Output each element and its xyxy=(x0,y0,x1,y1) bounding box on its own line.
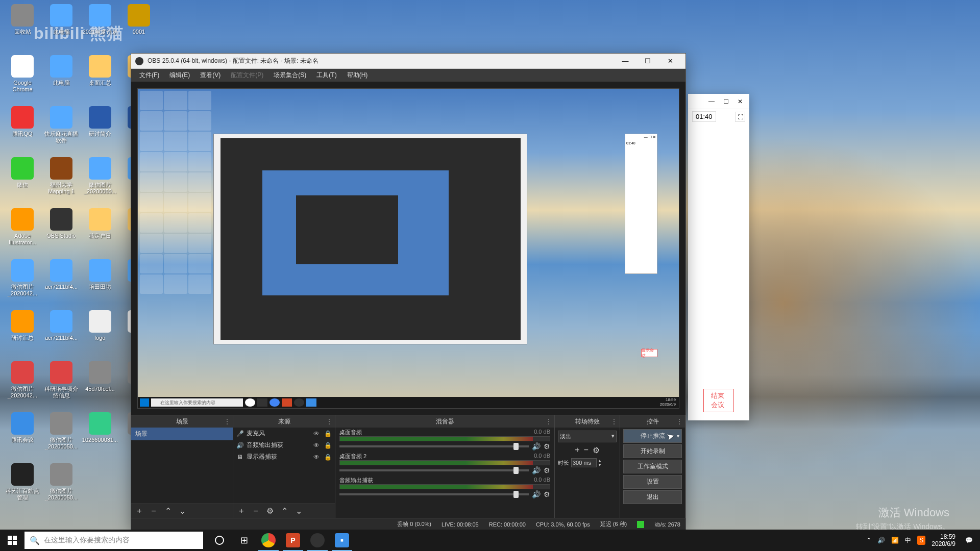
control-button[interactable]: 退出 xyxy=(623,490,682,504)
obs-preview-area[interactable]: — ☐ ✕ 01:40 提示会话 在这里输入你要搜索的内容 18:592020/… xyxy=(131,82,685,415)
desktop-icon[interactable] xyxy=(82,463,118,513)
desktop-icon[interactable]: Adobe Illustrator... xyxy=(4,208,41,258)
desktop-icon[interactable]: acr7211bf4... xyxy=(43,310,80,360)
cortana-button[interactable] xyxy=(207,530,232,551)
desktop-icon[interactable]: 科研培事项介绍信息 xyxy=(43,361,80,411)
desktop-icon[interactable]: 腾讯QQ xyxy=(4,106,41,156)
desktop-icon[interactable]: 腾讯会议 xyxy=(4,412,41,462)
chevron-down-icon[interactable]: ▾ xyxy=(677,433,679,439)
desktop-icon[interactable]: 回收站 xyxy=(4,4,41,54)
volume-slider[interactable] xyxy=(339,469,529,471)
desktop-icon[interactable]: 研讨汇总 xyxy=(4,310,41,360)
desktop-icon[interactable]: 福州大学Mapping 1 xyxy=(43,157,80,207)
control-button[interactable]: 开始录制 xyxy=(623,444,682,458)
transition-remove-button[interactable]: − xyxy=(584,445,589,455)
desktop-icon[interactable]: OBS Studio xyxy=(43,208,80,258)
desktop-icon[interactable]: 稿定户日 xyxy=(82,208,118,258)
desktop-icon[interactable]: 45d70fcef... xyxy=(82,361,118,411)
source-add-button[interactable]: + xyxy=(236,507,247,516)
transition-settings-button[interactable]: ⚙ xyxy=(593,445,600,455)
tray-sogou-icon[interactable]: S xyxy=(917,536,925,545)
desktop-icon[interactable]: 此电脑 xyxy=(43,55,80,105)
scene-add-button[interactable]: + xyxy=(134,507,144,516)
meeting-maximize[interactable]: ☐ xyxy=(719,95,733,108)
desktop-icon[interactable]: 微信 xyxy=(4,157,41,207)
slider-thumb[interactable] xyxy=(513,467,519,474)
tray-ime-icon[interactable]: 中 xyxy=(905,536,911,545)
desktop-icon[interactable]: 微信图片_20200050... xyxy=(82,157,118,207)
channel-settings-icon[interactable]: ⚙ xyxy=(544,466,550,474)
scene-down-button[interactable]: ⌄ xyxy=(177,506,187,516)
sources-dock-menu-icon[interactable]: ⋮ xyxy=(326,417,333,425)
desktop-icon[interactable]: 0001 xyxy=(120,4,157,54)
source-item[interactable]: 🔊音频输出捕获👁🔒 xyxy=(233,439,335,451)
source-item[interactable]: 🎤麦克风👁🔒 xyxy=(233,428,335,439)
mute-toggle-icon[interactable]: 🔊 xyxy=(532,442,541,450)
taskbar-powerpoint[interactable]: P xyxy=(281,530,305,551)
scene-item[interactable]: 场景 xyxy=(131,428,233,440)
desktop-icon[interactable]: logo xyxy=(82,310,118,360)
tray-volume-icon[interactable]: 📶 xyxy=(891,537,899,544)
visibility-toggle-icon[interactable]: 👁 xyxy=(312,442,321,449)
meeting-minimize[interactable]: — xyxy=(704,95,719,108)
menu-item[interactable]: 文件(F) xyxy=(134,69,164,82)
taskbar-search[interactable]: 🔍 在这里输入你要搜索的内容 xyxy=(24,532,203,549)
duration-down-icon[interactable]: ▾ xyxy=(599,463,601,467)
desktop-icon[interactable]: 微信图片_20200050... xyxy=(43,463,80,513)
taskbar-clock[interactable]: 18:59 2020/6/9 xyxy=(932,533,955,548)
channel-settings-icon[interactable]: ⚙ xyxy=(544,442,550,450)
meeting-close[interactable]: ✕ xyxy=(733,95,747,108)
source-item[interactable]: 🖥显示器捕获👁🔒 xyxy=(233,451,335,463)
desktop-icon[interactable]: 微信图片_2020042... xyxy=(4,361,41,411)
desktop-icon[interactable]: 快乐麻花直播软件 xyxy=(43,106,80,156)
source-down-button[interactable]: ⌄ xyxy=(293,506,304,516)
notification-center-icon[interactable]: 💬 xyxy=(962,533,976,547)
source-remove-button[interactable]: − xyxy=(251,507,261,516)
scene-up-button[interactable]: ⌃ xyxy=(163,506,173,516)
taskbar-meeting[interactable]: ▪ xyxy=(330,530,354,551)
obs-titlebar[interactable]: OBS 25.0.4 (64-bit, windows) - 配置文件: 未命名… xyxy=(131,54,685,69)
lock-toggle-icon[interactable]: 🔒 xyxy=(324,430,332,437)
end-meeting-button[interactable]: 结束会议 xyxy=(703,389,734,412)
lock-toggle-icon[interactable]: 🔒 xyxy=(324,454,332,461)
control-button[interactable]: 设置 xyxy=(623,475,682,489)
source-settings-button[interactable]: ⚙ xyxy=(265,506,275,516)
control-button[interactable]: 工作室模式 xyxy=(623,460,682,473)
control-button[interactable]: 停止推流▾ xyxy=(623,429,682,443)
desktop-icon[interactable]: Google Chrome xyxy=(4,55,41,105)
slider-thumb[interactable] xyxy=(513,491,519,498)
source-up-button[interactable]: ⌃ xyxy=(279,506,289,516)
transition-select[interactable]: 淡出▾ xyxy=(558,431,617,442)
task-view-button[interactable]: ⊞ xyxy=(232,530,256,551)
slider-thumb[interactable] xyxy=(513,443,519,450)
desktop-icon[interactable]: acr7211bf4... xyxy=(43,259,80,309)
desktop-icon[interactable]: 科艺汇百站点管理 xyxy=(4,463,41,513)
visibility-toggle-icon[interactable]: 👁 xyxy=(312,430,321,437)
desktop-icon[interactable]: 微信图片_20200050... xyxy=(43,412,80,462)
menu-item[interactable]: 编辑(E) xyxy=(164,69,195,82)
desktop-icon[interactable]: 培田田坊 xyxy=(82,259,118,309)
menu-item[interactable]: 帮助(H) xyxy=(342,69,373,82)
obs-minimize-button[interactable]: — xyxy=(614,54,636,69)
meeting-fullscreen-icon[interactable]: ⛶ xyxy=(735,112,745,122)
mute-toggle-icon[interactable]: 🔊 xyxy=(532,466,541,474)
obs-maximize-button[interactable]: ☐ xyxy=(636,54,659,69)
transition-add-button[interactable]: + xyxy=(575,445,579,455)
tray-network-icon[interactable]: 🔊 xyxy=(877,537,885,544)
transitions-dock-menu-icon[interactable]: ⋮ xyxy=(610,417,618,425)
scene-remove-button[interactable]: − xyxy=(149,507,159,516)
desktop-icon[interactable]: 1026600031... xyxy=(82,412,118,462)
menu-item[interactable]: 查看(V) xyxy=(195,69,226,82)
mixer-dock-menu-icon[interactable]: ⋮ xyxy=(545,417,552,425)
desktop-icon[interactable]: 研讨简介 xyxy=(82,106,118,156)
taskbar-chrome[interactable] xyxy=(256,530,281,551)
volume-slider[interactable] xyxy=(339,445,529,447)
taskbar-obs[interactable] xyxy=(305,530,330,551)
channel-settings-icon[interactable]: ⚙ xyxy=(544,490,550,498)
menu-item[interactable]: 场景集合(S) xyxy=(268,69,311,82)
controls-dock-menu-icon[interactable]: ⋮ xyxy=(676,417,683,425)
tray-chevron-icon[interactable]: ⌃ xyxy=(866,537,871,544)
volume-slider[interactable] xyxy=(339,493,529,495)
lock-toggle-icon[interactable]: 🔒 xyxy=(324,442,332,449)
scenes-dock-menu-icon[interactable]: ⋮ xyxy=(224,417,231,425)
